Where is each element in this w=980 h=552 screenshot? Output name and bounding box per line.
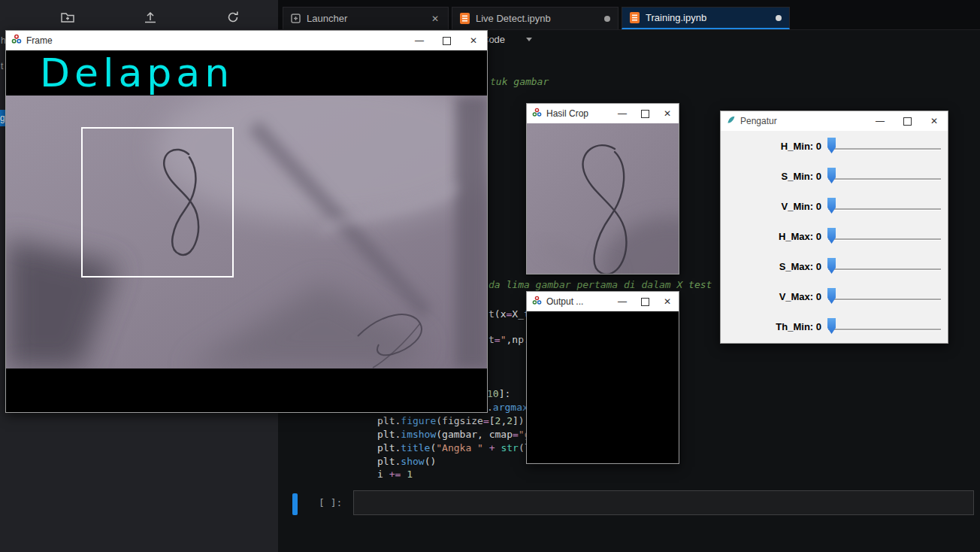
slider-track bbox=[828, 329, 941, 331]
maximize-button[interactable] bbox=[634, 292, 656, 311]
close-button[interactable]: ✕ bbox=[921, 111, 948, 131]
maximize-icon bbox=[903, 117, 912, 126]
cell-editor[interactable] bbox=[353, 490, 974, 515]
tab-close-icon[interactable]: ✕ bbox=[430, 14, 440, 24]
unsaved-dot-icon[interactable] bbox=[604, 16, 610, 22]
prediction-label: Delapan bbox=[40, 50, 234, 96]
active-cell-indicator[interactable] bbox=[292, 493, 298, 515]
crop-view bbox=[527, 123, 679, 274]
code-line[interactable]: plt.title("Angka " + str(la bbox=[377, 441, 536, 455]
slider-label: Th_Min: 0 bbox=[721, 321, 827, 332]
minimize-button[interactable]: — bbox=[867, 111, 894, 131]
close-button[interactable]: ✕ bbox=[656, 292, 679, 311]
window-title: Frame bbox=[26, 35, 401, 46]
upload-icon[interactable] bbox=[143, 10, 158, 25]
code-comment[interactable]: da lima gambar pertama di dalam X test bbox=[488, 278, 712, 292]
slider-s_min[interactable] bbox=[827, 167, 942, 185]
slider-label: S_Min: 0 bbox=[721, 171, 827, 182]
tab-live-detect[interactable]: Live Detect.ipynb bbox=[452, 7, 619, 29]
minimize-button[interactable]: — bbox=[611, 104, 634, 123]
slider-label: V_Min: 0 bbox=[721, 201, 827, 212]
close-button[interactable]: ✕ bbox=[460, 31, 487, 50]
slider-thumb[interactable] bbox=[827, 318, 836, 334]
opencv-window-hasil-crop: Hasil Crop — ✕ bbox=[526, 103, 679, 274]
slider-panel: H_Min: 0S_Min: 0V_Min: 0H_Max: 0S_Max: 0… bbox=[721, 131, 948, 343]
code-line[interactable]: t=",np. bbox=[488, 333, 530, 347]
pengatur-window: Pengatur — ✕ H_Min: 0S_Min: 0V_Min: 0H_M… bbox=[720, 111, 948, 344]
tab-bar: Launcher ✕ Live Detect.ipynb Training.ip… bbox=[278, 0, 980, 30]
opencv-window-frame: Frame — ✕ Delapan bbox=[5, 30, 488, 413]
maximize-icon bbox=[443, 37, 451, 45]
slider-row: S_Max: 0 bbox=[721, 251, 948, 281]
slider-track bbox=[828, 208, 941, 211]
tab-label: Live Detect.ipynb bbox=[476, 13, 598, 24]
slider-v_min[interactable] bbox=[827, 197, 942, 215]
slider-thumb[interactable] bbox=[827, 138, 836, 153]
maximize-icon bbox=[641, 110, 649, 118]
window-titlebar[interactable]: Hasil Crop — ✕ bbox=[527, 104, 679, 123]
code-line[interactable]: 10]: bbox=[487, 387, 510, 401]
minimize-button[interactable]: — bbox=[406, 31, 433, 50]
tk-feather-icon bbox=[726, 114, 736, 128]
code-line[interactable]: plt.imshow(gambar, cmap="gr bbox=[377, 428, 536, 441]
opencv-icon bbox=[532, 107, 542, 120]
launcher-icon bbox=[291, 14, 301, 23]
crop-image bbox=[527, 123, 679, 274]
cell-type-dropdown[interactable]: Code bbox=[482, 34, 532, 45]
slider-h_min[interactable] bbox=[827, 137, 942, 155]
slider-thumb[interactable] bbox=[827, 258, 836, 274]
code-line[interactable]: i += 1 bbox=[377, 468, 413, 481]
window-titlebar[interactable]: Frame — ✕ bbox=[6, 31, 487, 50]
code-comment[interactable]: tuk gambar bbox=[490, 75, 549, 89]
new-folder-icon[interactable] bbox=[60, 10, 75, 25]
slider-h_max[interactable] bbox=[827, 227, 942, 245]
tab-label: Training.ipynb bbox=[646, 12, 770, 23]
slider-row: V_Min: 0 bbox=[721, 191, 948, 221]
maximize-button[interactable] bbox=[433, 31, 460, 50]
notebook-icon bbox=[460, 13, 470, 24]
slider-row: S_Min: 0 bbox=[721, 161, 948, 191]
slider-thumb[interactable] bbox=[827, 168, 836, 183]
slider-label: H_Max: 0 bbox=[721, 231, 827, 242]
window-titlebar[interactable]: Output ... — ✕ bbox=[527, 292, 679, 311]
slider-track bbox=[828, 268, 941, 271]
slider-row: Th_Min: 0 bbox=[721, 311, 948, 341]
minimize-button[interactable]: — bbox=[611, 292, 634, 311]
slider-thumb[interactable] bbox=[827, 228, 836, 244]
window-title: Output ... bbox=[546, 296, 606, 307]
slider-row: H_Max: 0 bbox=[721, 221, 948, 251]
slider-track bbox=[828, 238, 941, 241]
maximize-icon bbox=[641, 298, 649, 306]
tab-training[interactable]: Training.ipynb bbox=[622, 7, 790, 29]
code-line[interactable]: plt.show() bbox=[377, 455, 436, 469]
slider-s_max[interactable] bbox=[827, 257, 942, 275]
tab-label: Launcher bbox=[307, 13, 424, 24]
output-view bbox=[527, 311, 679, 463]
opencv-icon bbox=[532, 295, 542, 308]
tab-launcher[interactable]: Launcher ✕ bbox=[283, 7, 449, 29]
slider-thumb[interactable] bbox=[827, 288, 836, 304]
slider-track bbox=[828, 148, 941, 150]
window-title: Hasil Crop bbox=[546, 108, 606, 119]
maximize-button[interactable] bbox=[894, 111, 921, 131]
slider-v_max[interactable] bbox=[827, 287, 942, 305]
code-line[interactable]: plt.figure(figsize=[2,2]) bbox=[377, 414, 525, 428]
window-titlebar[interactable]: Pengatur — ✕ bbox=[721, 111, 948, 131]
slider-track bbox=[828, 299, 941, 301]
slider-th_min[interactable] bbox=[827, 317, 942, 335]
close-button[interactable]: ✕ bbox=[656, 104, 679, 123]
slider-label: V_Max: 0 bbox=[721, 291, 827, 302]
cell-prompt: [ ]: bbox=[319, 497, 342, 508]
notebook-icon bbox=[630, 12, 640, 23]
window-title: Pengatur bbox=[740, 116, 862, 126]
opencv-window-output: Output ... — ✕ bbox=[526, 291, 679, 464]
slider-thumb[interactable] bbox=[827, 198, 836, 214]
screen: h t g. Launcher ✕ Live Detect.ipynb Trai… bbox=[0, 0, 980, 552]
maximize-button[interactable] bbox=[634, 104, 656, 123]
refresh-icon[interactable] bbox=[225, 10, 240, 25]
slider-label: H_Min: 0 bbox=[721, 141, 827, 152]
opencv-icon bbox=[11, 34, 22, 47]
unsaved-dot-icon[interactable] bbox=[776, 15, 782, 21]
camera-view: Delapan bbox=[6, 50, 487, 412]
slider-track bbox=[828, 178, 941, 180]
